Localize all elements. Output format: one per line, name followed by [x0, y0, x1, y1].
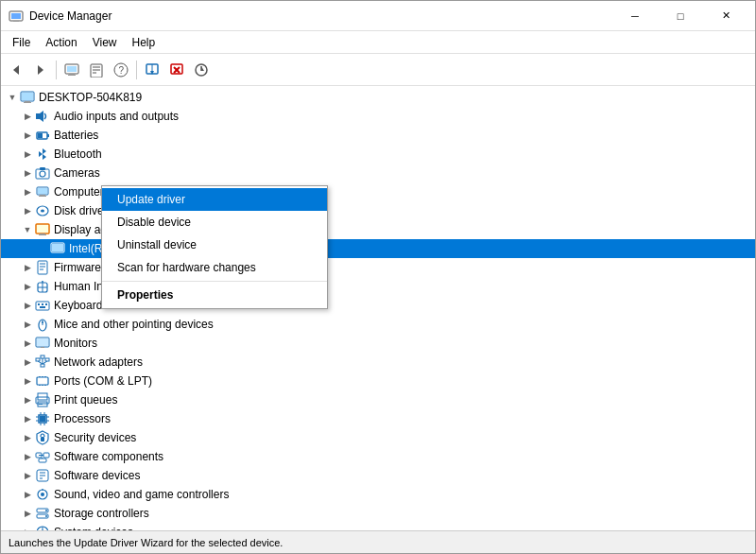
svg-rect-71: [41, 364, 44, 367]
status-bar: Launches the Update Driver Wizard for th…: [1, 530, 755, 553]
svg-rect-36: [40, 167, 45, 170]
tb-update[interactable]: [190, 59, 213, 81]
monitors-expand-icon: ▶: [20, 336, 35, 351]
tb-scan[interactable]: [141, 59, 163, 81]
svg-marker-4: [38, 65, 43, 75]
tree-item-cameras[interactable]: ▶ Cameras: [1, 164, 755, 182]
tree-item-processors[interactable]: ▶ Processors: [1, 409, 755, 428]
tree-item-sound[interactable]: ▶ Sound, video and game controllers: [1, 485, 755, 504]
svg-rect-99: [39, 459, 46, 462]
svg-rect-60: [45, 303, 47, 305]
tb-forward[interactable]: [29, 59, 52, 81]
computer-expand-icon: ▶: [20, 184, 35, 199]
maximize-button[interactable]: □: [659, 1, 702, 31]
svg-rect-68: [36, 358, 40, 361]
keyboards-icon: [35, 298, 50, 313]
root-computer-icon: [20, 90, 35, 105]
ctx-disable-device[interactable]: Disable device: [102, 211, 327, 234]
menu-action[interactable]: Action: [38, 34, 84, 51]
keyboards-expand-icon: ▶: [20, 298, 35, 313]
tb-properties[interactable]: [85, 59, 108, 81]
network-label: Network adapters: [54, 355, 143, 369]
context-menu: Update driver Disable device Uninstall d…: [101, 185, 328, 309]
bluetooth-label: Bluetooth: [54, 147, 102, 161]
svg-rect-9: [91, 64, 102, 78]
tree-item-mice[interactable]: ▶ Mice and other pointing devices: [1, 315, 755, 334]
audio-expand-icon: ▶: [20, 109, 35, 124]
system-label: System devices: [54, 526, 133, 530]
close-button[interactable]: ✕: [704, 1, 747, 31]
intel-expand-icon: [35, 241, 50, 256]
tree-root[interactable]: ▼ DESKTOP-504K819: [1, 88, 755, 107]
sw-components-label: Software components: [54, 450, 163, 463]
svg-rect-38: [38, 188, 47, 194]
mice-label: Mice and other pointing devices: [54, 318, 214, 331]
tree-item-audio[interactable]: ▶ Audio inputs and outputs: [1, 107, 755, 126]
tb-back[interactable]: [5, 59, 27, 81]
svg-rect-44: [37, 225, 48, 233]
tree-item-print[interactable]: ▶ Print queues: [1, 390, 755, 409]
tree-item-security[interactable]: ▶ Security devices: [1, 428, 755, 447]
hid-expand-icon: ▶: [20, 279, 35, 294]
storage-label: Storage controllers: [54, 507, 149, 520]
minimize-button[interactable]: ─: [613, 1, 657, 31]
menu-bar: File Action View Help: [1, 31, 755, 54]
menu-view[interactable]: View: [85, 34, 125, 51]
svg-rect-66: [37, 338, 48, 346]
network-icon: [35, 355, 50, 370]
system-expand-icon: ▶: [20, 525, 35, 530]
title-bar: Device Manager ─ □ ✕: [1, 1, 755, 31]
computer-icon: [35, 184, 50, 199]
svg-rect-27: [24, 102, 31, 103]
batteries-expand-icon: ▶: [20, 128, 35, 143]
storage-expand-icon: ▶: [20, 506, 35, 521]
svg-rect-69: [41, 355, 44, 358]
monitors-icon: [35, 336, 50, 351]
svg-point-111: [45, 510, 47, 511]
svg-marker-3: [13, 65, 19, 75]
tree-item-software-devices[interactable]: ▶ Software devices: [1, 466, 755, 485]
tb-computer[interactable]: [60, 59, 83, 81]
storage-icon: [35, 506, 50, 521]
ctx-properties[interactable]: Properties: [102, 284, 327, 306]
tb-uninstall[interactable]: [165, 59, 188, 81]
ctx-uninstall-device[interactable]: Uninstall device: [102, 234, 327, 256]
tree-item-system[interactable]: ▶ System devices: [1, 523, 755, 530]
tb-help[interactable]: ?: [110, 59, 132, 81]
mice-expand-icon: ▶: [20, 317, 35, 332]
batteries-label: Batteries: [54, 129, 98, 142]
mice-icon: [35, 317, 50, 332]
svg-rect-85: [39, 404, 43, 405]
tree-item-storage[interactable]: ▶ Storage controllers: [1, 504, 755, 523]
tree-item-batteries[interactable]: ▶ Batteries: [1, 126, 755, 145]
root-label: DESKTOP-504K819: [39, 91, 142, 104]
keyboards-label: Keyboards: [54, 299, 108, 312]
hid-icon: [35, 279, 50, 294]
bluetooth-expand-icon: ▶: [20, 147, 35, 162]
ctx-scan-hardware[interactable]: Scan for hardware changes: [102, 256, 327, 279]
processors-expand-icon: ▶: [20, 411, 35, 426]
svg-point-35: [40, 171, 45, 177]
window-controls: ─ □ ✕: [613, 1, 747, 31]
svg-rect-7: [69, 74, 75, 75]
svg-rect-59: [42, 303, 43, 305]
tree-item-bluetooth[interactable]: ▶ Bluetooth: [1, 145, 755, 164]
svg-rect-58: [38, 303, 40, 305]
svg-point-112: [45, 515, 47, 517]
ctx-update-driver[interactable]: Update driver: [102, 188, 327, 211]
batteries-icon: [35, 128, 50, 143]
system-icon: [35, 525, 50, 530]
svg-rect-31: [47, 134, 49, 137]
tree-item-monitors[interactable]: ▶ Monitors: [1, 334, 755, 353]
status-text: Launches the Update Driver Wizard for th…: [9, 537, 283, 548]
tree-item-network[interactable]: ▶ Network adapters: [1, 353, 755, 372]
menu-help[interactable]: Help: [125, 34, 163, 51]
menu-file[interactable]: File: [5, 34, 38, 51]
device-manager-window: Device Manager ─ □ ✕ File Action View He…: [0, 0, 756, 554]
svg-rect-32: [38, 133, 43, 138]
tree-item-ports[interactable]: ▶ Ports (COM & LPT): [1, 372, 755, 390]
print-icon: [35, 392, 50, 407]
security-expand-icon: ▶: [20, 430, 35, 445]
firmware-icon: [35, 260, 50, 275]
tree-item-software-components[interactable]: ▶ Software components: [1, 447, 755, 466]
